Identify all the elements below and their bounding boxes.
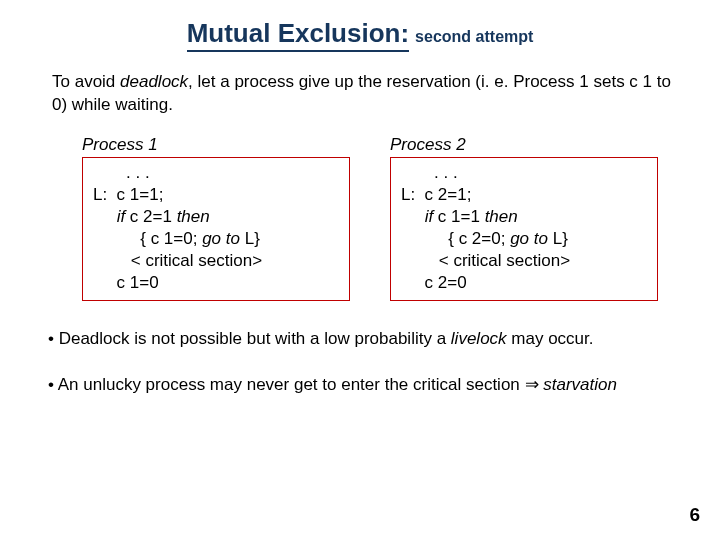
title-main: Mutual Exclusion: (187, 18, 409, 52)
b2-pre: • An unlucky process may never get to en… (48, 375, 525, 394)
slide-title: Mutual Exclusion:second attempt (0, 0, 720, 49)
intro-pre: To avoid (52, 72, 120, 91)
process-row: Process 1 . . . L: c 1=1; if c 2=1 then … (0, 117, 720, 302)
p1-l3-pre (93, 207, 117, 226)
p1-l6: c 1=0 (93, 273, 159, 292)
b2-em: starvation (539, 375, 617, 394)
b1-pre: • Deadlock is not possible but with a lo… (48, 329, 451, 348)
implies-icon: ⇒ (525, 375, 539, 394)
p2-l2: L: c 2=1; (401, 185, 471, 204)
p1-l4-post: L} (240, 229, 260, 248)
p1-l2: L: c 1=1; (93, 185, 163, 204)
p2-l4-post: L} (548, 229, 568, 248)
p2-goto: go to (510, 229, 548, 248)
p2-l3-mid: c 1=1 (433, 207, 485, 226)
process-1-heading: Process 1 (82, 135, 350, 155)
process-2-code: . . . L: c 2=1; if c 1=1 then { c 2=0; g… (390, 157, 658, 302)
bullet-list: • Deadlock is not possible but with a lo… (0, 301, 720, 397)
p2-l6: c 2=0 (401, 273, 467, 292)
p1-then: then (177, 207, 210, 226)
p1-l1: . . . (93, 163, 150, 182)
process-1: Process 1 . . . L: c 1=1; if c 2=1 then … (82, 135, 350, 302)
intro-text: To avoid deadlock, let a process give up… (0, 49, 720, 117)
p1-if: if (117, 207, 126, 226)
p1-l4-pre: { c 1=0; (93, 229, 202, 248)
process-1-code: . . . L: c 1=1; if c 2=1 then { c 1=0; g… (82, 157, 350, 302)
p2-l1: . . . (401, 163, 458, 182)
p2-then: then (485, 207, 518, 226)
p2-l5: < critical section> (401, 251, 570, 270)
slide: Mutual Exclusion:second attempt To avoid… (0, 0, 720, 540)
intro-em: deadlock (120, 72, 188, 91)
p1-l5: < critical section> (93, 251, 262, 270)
page-number: 6 (689, 504, 700, 526)
bullet-2: • An unlucky process may never get to en… (48, 373, 672, 397)
p1-l3-mid: c 2=1 (125, 207, 177, 226)
p1-goto: go to (202, 229, 240, 248)
p2-if: if (425, 207, 434, 226)
b1-post: may occur. (507, 329, 594, 348)
b1-em: livelock (451, 329, 507, 348)
p2-l3-pre (401, 207, 425, 226)
process-2: Process 2 . . . L: c 2=1; if c 1=1 then … (390, 135, 658, 302)
process-2-heading: Process 2 (390, 135, 658, 155)
bullet-1: • Deadlock is not possible but with a lo… (48, 327, 672, 351)
title-sub: second attempt (415, 28, 533, 45)
p2-l4-pre: { c 2=0; (401, 229, 510, 248)
